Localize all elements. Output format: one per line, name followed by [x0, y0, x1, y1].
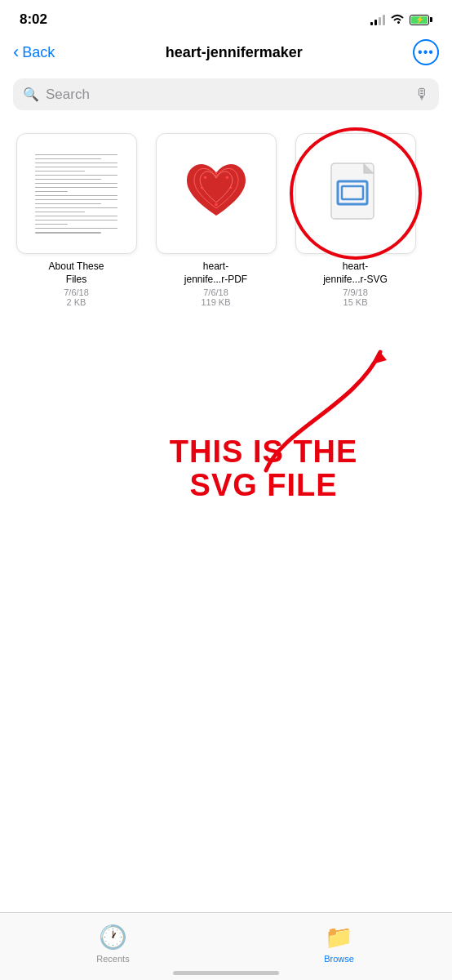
- ellipsis-icon: •••: [418, 45, 434, 60]
- nav-bar: ‹ Back heart-jennifermaker •••: [0, 33, 452, 72]
- search-container: 🔍 Search 🎙: [0, 72, 452, 120]
- home-indicator: [173, 971, 279, 975]
- more-button[interactable]: •••: [413, 39, 439, 65]
- signal-bars-icon: [370, 14, 385, 25]
- chevron-left-icon: ‹: [13, 43, 19, 61]
- svg-point-0: [203, 176, 206, 179]
- file-size: 15 KB: [343, 297, 368, 307]
- page-title: heart-jennifermaker: [166, 44, 303, 61]
- status-time: 8:02: [20, 11, 47, 28]
- svg-point-1: [225, 176, 228, 179]
- annotation-text: THIS IS THE SVG FILE: [170, 435, 358, 504]
- svg-file-icon: [319, 157, 392, 230]
- file-date: 7/9/18: [343, 287, 368, 297]
- main-content: 8:02 ⚡: [0, 0, 452, 601]
- signal-bar-3: [379, 17, 381, 25]
- file-thumbnail-pdf: [156, 133, 277, 254]
- svg-point-2: [215, 172, 217, 174]
- signal-bar-2: [374, 20, 377, 25]
- signal-bar-4: [383, 15, 385, 25]
- battery-icon: ⚡: [410, 15, 432, 25]
- search-bar[interactable]: 🔍 Search 🎙: [13, 78, 439, 110]
- heart-pdf-icon: [179, 157, 253, 230]
- file-thumbnail-svg: [295, 133, 416, 254]
- doc-preview: [29, 146, 124, 242]
- annotation-line1: THIS IS THE: [170, 434, 358, 469]
- list-item[interactable]: heart-jennife...r-SVG 7/9/18 15 KB: [292, 133, 419, 307]
- svg-point-3: [215, 203, 218, 207]
- tab-browse[interactable]: 📁 Browse: [226, 913, 452, 980]
- browse-icon: 📁: [325, 924, 353, 951]
- microphone-icon[interactable]: 🎙: [414, 86, 429, 103]
- file-size: 2 KB: [67, 297, 86, 307]
- file-name: heart-jennife...r-SVG: [323, 261, 388, 286]
- svg-point-4: [200, 186, 202, 189]
- annotation-line2: SVG FILE: [190, 468, 338, 502]
- recents-icon: 🕐: [99, 924, 127, 951]
- file-date: 7/6/18: [203, 287, 228, 297]
- tab-bar: 🕐 Recents 📁 Browse: [0, 912, 452, 980]
- file-name: About TheseFiles: [49, 261, 104, 286]
- file-date: 7/6/18: [64, 287, 89, 297]
- back-button[interactable]: ‹ Back: [13, 43, 55, 61]
- status-icons: ⚡: [370, 13, 432, 27]
- search-icon: 🔍: [23, 87, 39, 102]
- file-size: 119 KB: [201, 297, 230, 307]
- tab-recents[interactable]: 🕐 Recents: [0, 913, 226, 980]
- list-item[interactable]: heart-jennife...r-PDF 7/6/18 119 KB: [153, 133, 279, 307]
- status-bar: 8:02 ⚡: [0, 0, 452, 33]
- tab-browse-label: Browse: [324, 954, 354, 964]
- annotation-area: THIS IS THE SVG FILE: [13, 307, 439, 519]
- wifi-icon: [390, 13, 405, 27]
- file-name: heart-jennife...r-PDF: [184, 261, 247, 286]
- search-input[interactable]: Search: [46, 87, 408, 103]
- svg-point-5: [229, 186, 232, 189]
- file-grid: About TheseFiles 7/6/18 2 KB: [0, 120, 452, 307]
- signal-bar-1: [370, 22, 373, 25]
- file-thumbnail-about: [16, 133, 137, 254]
- back-label: Back: [22, 44, 55, 61]
- tab-recents-label: Recents: [96, 954, 129, 964]
- list-item[interactable]: About TheseFiles 7/6/18 2 KB: [13, 133, 140, 307]
